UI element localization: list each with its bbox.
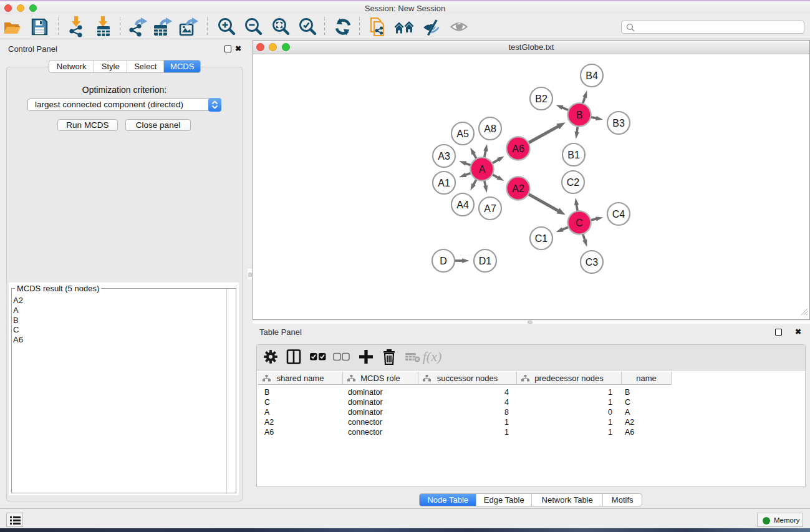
- svg-text:A2: A2: [512, 183, 524, 194]
- svg-text:D1: D1: [479, 256, 492, 266]
- svg-text:B1: B1: [567, 150, 580, 160]
- svg-text:B3: B3: [612, 118, 625, 128]
- svg-text:C3: C3: [586, 257, 599, 268]
- svg-text:A5: A5: [456, 128, 469, 139]
- svg-text:A: A: [479, 164, 486, 175]
- svg-text:C1: C1: [535, 233, 548, 244]
- svg-text:A8: A8: [484, 123, 496, 134]
- svg-text:B2: B2: [535, 94, 547, 104]
- svg-text:f(x): f(x): [423, 349, 441, 364]
- svg-text:C2: C2: [567, 177, 580, 188]
- svg-text:A4: A4: [456, 200, 469, 210]
- svg-text:D: D: [440, 256, 447, 266]
- svg-text:A1: A1: [438, 178, 450, 188]
- svg-text:A7: A7: [484, 203, 496, 214]
- svg-text:B: B: [576, 110, 583, 120]
- svg-text:A3: A3: [438, 151, 450, 162]
- svg-text:C: C: [576, 218, 583, 228]
- svg-text:B4: B4: [586, 70, 598, 81]
- svg-text:C4: C4: [612, 209, 625, 220]
- svg-text:A6: A6: [512, 143, 524, 154]
